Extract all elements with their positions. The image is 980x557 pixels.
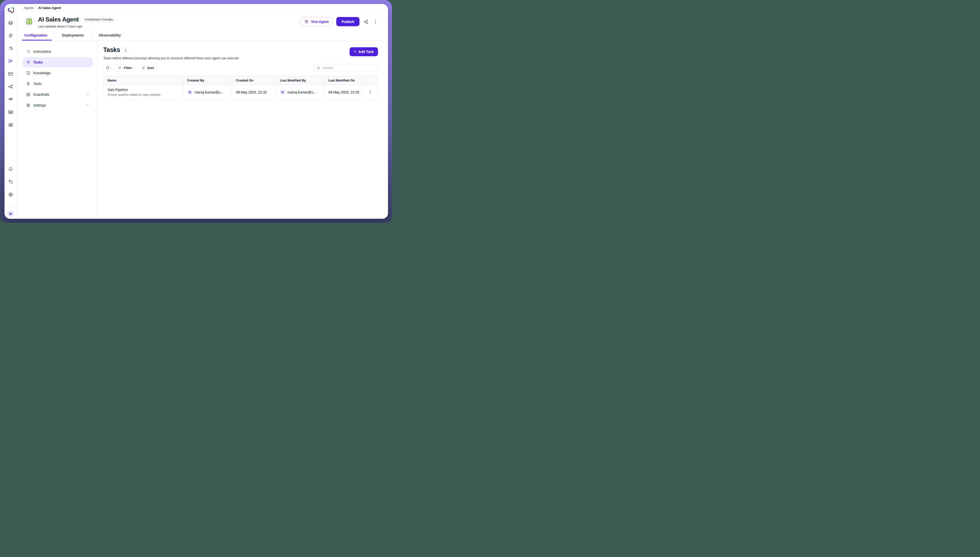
col-actions xyxy=(362,76,378,85)
tab-deployments[interactable]: Deployments xyxy=(54,30,91,40)
last-updated-text: Last updated about 2 hours ago xyxy=(38,25,116,28)
filter-label: Filter xyxy=(124,66,132,70)
created-by-avatar: M xyxy=(187,90,192,95)
nav-label: Instructions xyxy=(33,49,51,54)
ai-search-icon[interactable] xyxy=(8,179,13,184)
tab-configuration[interactable]: Configuration xyxy=(24,30,54,40)
undeployed-changes-badge: Undeployed Changes xyxy=(82,17,116,23)
search-input[interactable] xyxy=(322,66,375,70)
task-name-cell[interactable]: Sals Pipeline Answer queries related to … xyxy=(104,85,183,99)
search-box xyxy=(314,64,378,72)
kebab-dots xyxy=(373,20,379,23)
table-toolbar: Filter Sort xyxy=(103,64,378,72)
table-icon[interactable] xyxy=(8,109,13,115)
share-nodes-icon[interactable] xyxy=(8,84,13,89)
tasks-description: Tasks define different journeys allowing… xyxy=(103,56,239,60)
app-main-column: Agents / AI Sales Agent AI Sales Agent xyxy=(17,4,388,219)
breadcrumb-separator: / xyxy=(36,6,36,10)
col-last-modified-by: Last Modified By xyxy=(276,76,324,85)
sort-button[interactable]: Sort xyxy=(138,64,157,72)
layers-icon[interactable] xyxy=(8,20,13,26)
megaphone-icon[interactable] xyxy=(8,96,13,102)
config-nav-panel: Instructions Tasks Knowledge Tools xyxy=(17,41,98,219)
nav-item-settings[interactable]: Settings xyxy=(23,100,93,110)
share-icon[interactable] xyxy=(363,19,369,25)
arrows-right-icon[interactable] xyxy=(8,46,13,51)
add-task-button[interactable]: + Add Task xyxy=(350,47,378,56)
more-options-icon[interactable] xyxy=(373,19,379,25)
col-last-modified-on: Last Modified On xyxy=(324,76,362,85)
tasks-count-badge: 1 xyxy=(123,47,129,53)
grid-icon[interactable] xyxy=(8,122,13,127)
nav-label: Tasks xyxy=(33,60,43,64)
nav-label: Guardrails xyxy=(33,93,49,96)
nav-label: Tools xyxy=(33,82,41,86)
row-menu-icon[interactable] xyxy=(366,90,374,94)
publish-button[interactable]: Publish xyxy=(336,17,360,26)
screen: M Agents / AI Sales Agent xyxy=(0,0,392,223)
tasks-table: Name Created By Created On Last Modified… xyxy=(103,76,378,100)
test-agent-label: Test Agent xyxy=(311,20,329,24)
col-created-on: Created On xyxy=(232,76,276,85)
refresh-icon xyxy=(106,66,110,70)
sparkles-icon[interactable] xyxy=(8,58,13,64)
gear-icon[interactable] xyxy=(8,192,13,197)
breadcrumb-agents-link[interactable]: Agents xyxy=(24,6,34,10)
agent-header: AI Sales Agent Undeployed Changes Last u… xyxy=(17,12,388,28)
nav-item-guardrails[interactable]: Guardrails xyxy=(23,90,93,99)
breadcrumb: Agents / AI Sales Agent xyxy=(17,4,388,12)
bell-icon[interactable] xyxy=(8,166,13,172)
nav-item-tools[interactable]: Tools xyxy=(23,79,93,89)
svg-text:AI: AI xyxy=(307,22,308,23)
nav-item-knowledge[interactable]: Knowledge xyxy=(23,68,93,78)
last-modified-by-cell: M manoj.kumar@u... xyxy=(276,85,324,99)
created-by-cell: M manoj.kumar@u... xyxy=(183,85,232,99)
page-title: AI Sales Agent xyxy=(38,16,79,23)
app-window: M Agents / AI Sales Agent xyxy=(5,4,388,219)
nav-item-tasks[interactable]: Tasks xyxy=(23,57,93,67)
nav-label: Knowledge xyxy=(33,71,50,75)
list-icon xyxy=(26,49,31,54)
task-name: Sals Pipeline xyxy=(107,88,179,92)
col-created-by: Created By xyxy=(183,76,232,85)
sort-arrows-icon xyxy=(141,66,145,70)
user-avatar[interactable]: M xyxy=(7,210,14,217)
tab-observability[interactable]: Observability xyxy=(91,30,128,40)
brand-logo-icon[interactable] xyxy=(7,7,15,14)
filter-icon xyxy=(118,66,122,70)
search-icon xyxy=(316,66,321,70)
lightbulb-icon xyxy=(26,60,31,65)
last-modified-by-email: manoj.kumar@u... xyxy=(288,90,316,94)
task-description: Answer queries related to sales pipeline xyxy=(107,93,179,96)
last-modified-on-cell: 09 May 2025, 22:32 xyxy=(324,85,362,99)
created-by-email: manoj.kumar@u... xyxy=(195,90,223,94)
nav-item-instructions[interactable]: Instructions xyxy=(23,47,93,57)
layout-icon[interactable] xyxy=(8,71,13,77)
grid-table-icon xyxy=(26,92,31,97)
add-task-label: Add Task xyxy=(358,50,374,54)
refresh-button[interactable] xyxy=(103,64,112,72)
tabs: Configuration Deployments Observability xyxy=(17,30,388,41)
tasks-main: Tasks 1 Tasks define different journeys … xyxy=(98,41,388,219)
created-on-cell: 09 May 2025, 22:32 xyxy=(232,85,276,99)
table-header-row: Name Created By Created On Last Modified… xyxy=(104,76,378,85)
breadcrumb-current: AI Sales Agent xyxy=(38,6,61,10)
test-agent-sparkle-icon: AI xyxy=(304,19,309,24)
plus-icon: + xyxy=(354,49,356,54)
sort-label: Sort xyxy=(147,66,154,70)
tasks-title: Tasks xyxy=(103,46,120,54)
row-actions-cell xyxy=(362,85,378,99)
nav-label: Settings xyxy=(33,103,46,107)
chevron-down-icon xyxy=(86,93,89,97)
table-row[interactable]: Sals Pipeline Answer queries related to … xyxy=(104,85,378,99)
icon-rail: M xyxy=(5,4,17,219)
chevron-down-icon xyxy=(86,103,89,107)
agent-avatar xyxy=(24,16,35,27)
gear-icon xyxy=(26,103,31,107)
last-modified-by-avatar: M xyxy=(280,90,285,95)
filter-button[interactable]: Filter xyxy=(114,64,135,72)
book-icon xyxy=(26,71,31,75)
test-agent-button[interactable]: AI Test Agent xyxy=(300,17,333,26)
lightning-icon xyxy=(26,81,31,86)
lightning-icon[interactable] xyxy=(8,33,13,38)
